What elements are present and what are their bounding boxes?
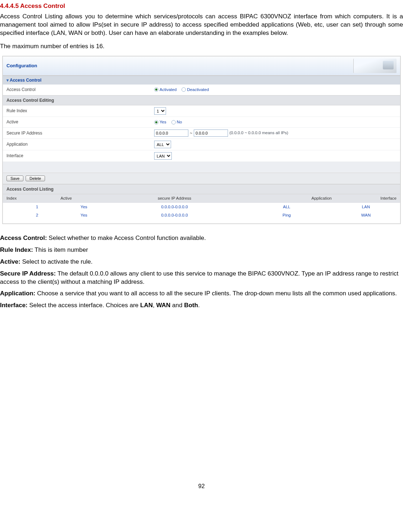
col-index: Index xyxy=(6,196,61,201)
listing-header: Index Active secure IP Address Applicati… xyxy=(3,194,400,203)
max-entries-line: The maximum number of entries is 16. xyxy=(0,42,403,51)
desc-label: Rule Index: xyxy=(0,246,33,253)
cell-ip: 0.0.0.0-0.0.0.0 xyxy=(107,204,242,210)
page-number: 92 xyxy=(0,482,403,490)
section-access-control[interactable]: ▾Access Control xyxy=(3,76,400,85)
radio-icon xyxy=(154,120,158,124)
spacer-row xyxy=(3,162,400,173)
radio-label: Activated xyxy=(160,87,176,93)
desc-text: . xyxy=(198,302,200,309)
desc-bold: Both xyxy=(184,302,198,309)
radio-label: No xyxy=(177,119,182,125)
radio-activated[interactable]: Activated xyxy=(154,87,176,93)
cell-active: Yes xyxy=(61,204,107,210)
desc-text: and xyxy=(170,302,184,309)
desc-bold: WAN xyxy=(156,302,171,309)
radio-icon xyxy=(171,120,176,124)
col-ip: secure IP Address xyxy=(107,196,242,201)
label-interface: Interface xyxy=(6,153,154,159)
desc-application: Application: Choose a service that you w… xyxy=(0,290,403,298)
input-ip-from[interactable] xyxy=(154,129,188,137)
label-rule-index: Rule Index xyxy=(6,108,154,114)
desc-text: Select whether to make Access Control fu… xyxy=(47,235,206,241)
col-application: Application xyxy=(242,196,335,201)
ip-range-separator: ~ xyxy=(190,130,192,136)
desc-text: This is item number xyxy=(33,246,88,253)
panel-header: Configuration xyxy=(3,56,400,76)
radio-deactivated[interactable]: Deactivated xyxy=(182,87,209,93)
label-access-control: Access Control xyxy=(6,87,154,92)
cell-index: 2 xyxy=(6,213,61,218)
panel-header-image xyxy=(353,59,397,73)
chevron-down-icon: ▾ xyxy=(6,77,9,83)
section-label: Access Control xyxy=(10,78,41,83)
section-title: 4.4.4.5 Access Control xyxy=(0,2,403,10)
select-rule-index[interactable]: 1 xyxy=(154,107,166,115)
col-active: Active xyxy=(61,196,107,201)
delete-button[interactable]: Delete xyxy=(26,176,45,181)
col-interface: Interface xyxy=(335,196,397,201)
desc-label: Access Control: xyxy=(0,235,47,241)
cell-application: ALL xyxy=(242,204,335,210)
cell-interface: WAN xyxy=(335,213,397,218)
panel-header-title: Configuration xyxy=(6,63,37,69)
row-active: Active Yes No xyxy=(3,117,400,128)
cell-index: 1 xyxy=(6,204,61,210)
radio-yes[interactable]: Yes xyxy=(154,119,166,125)
cell-interface: LAN xyxy=(335,204,397,210)
config-panel: Configuration ▾Access Control Access Con… xyxy=(2,56,401,224)
select-application[interactable]: ALL xyxy=(154,141,171,148)
desc-access-control: Access Control: Select whether to make A… xyxy=(0,234,403,242)
desc-rule-index: Rule Index: This is item number xyxy=(0,246,403,254)
intro-paragraph: Access Control Listing allows you to det… xyxy=(0,13,403,37)
desc-interface: Interface: Select the access interface. … xyxy=(0,301,403,310)
desc-secure-ip: Secure IP Address: The default 0.0.0.0 a… xyxy=(0,270,403,286)
desc-text: , xyxy=(153,302,156,309)
desc-label: Secure IP Address: xyxy=(0,270,56,277)
table-row: 2 Yes 0.0.0.0-0.0.0.0 Ping WAN xyxy=(3,211,400,220)
label-application: Application xyxy=(6,141,154,147)
subsection-editing: Access Control Editing xyxy=(3,95,400,105)
subsection-listing: Access Control Listing xyxy=(3,184,400,194)
desc-label: Application: xyxy=(0,290,35,297)
radio-icon xyxy=(154,87,158,92)
input-ip-to[interactable] xyxy=(194,129,228,137)
desc-active: Active: Select to activate the rule. xyxy=(0,258,403,266)
row-access-control: Access Control Activated Deactivated xyxy=(3,85,400,95)
row-rule-index: Rule Index 1 xyxy=(3,105,400,117)
label-secure-ip: Secure IP Address xyxy=(6,130,154,136)
desc-text: Select the access interface. Choices are xyxy=(28,302,140,309)
label-active: Active xyxy=(6,119,154,125)
radio-icon xyxy=(182,87,186,92)
row-interface: Interface LAN xyxy=(3,150,400,162)
button-row: Save Delete xyxy=(3,173,400,184)
cell-active: Yes xyxy=(61,213,107,218)
save-button[interactable]: Save xyxy=(6,176,23,181)
desc-label: Interface: xyxy=(0,302,28,309)
row-secure-ip: Secure IP Address ~ (0.0.0.0 ~ 0.0.0.0 m… xyxy=(3,128,400,139)
radio-label: Deactivated xyxy=(187,87,209,93)
desc-text: The default 0.0.0.0 allows any client to… xyxy=(0,270,398,285)
cell-ip: 0.0.0.0-0.0.0.0 xyxy=(107,213,242,218)
row-application: Application ALL xyxy=(3,139,400,150)
radio-label: Yes xyxy=(160,119,166,125)
table-row: 1 Yes 0.0.0.0-0.0.0.0 ALL LAN xyxy=(3,203,400,212)
desc-text: Select to activate the rule. xyxy=(21,258,93,265)
cell-application: Ping xyxy=(242,213,335,218)
desc-text: Choose a service that you want to all ac… xyxy=(35,290,397,297)
desc-label: Active: xyxy=(0,258,21,265)
select-interface[interactable]: LAN xyxy=(154,152,172,160)
desc-bold: LAN xyxy=(140,302,153,309)
list-bottom-spacer xyxy=(3,220,400,223)
radio-no[interactable]: No xyxy=(171,119,182,125)
ip-hint: (0.0.0.0 ~ 0.0.0.0 means all IPs) xyxy=(229,130,288,136)
